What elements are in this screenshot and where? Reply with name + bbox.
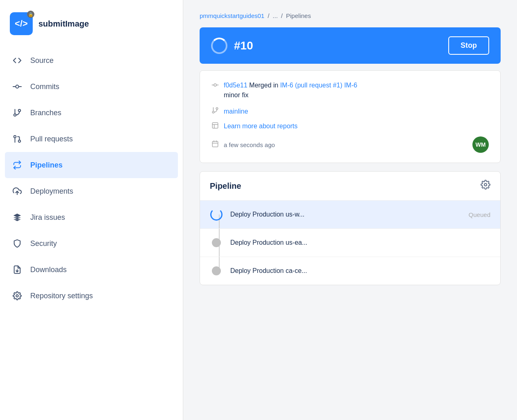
lock-icon: 🔒	[27, 11, 34, 18]
commit-minor-fix: minor fix	[224, 92, 248, 98]
stage-2-label: Deploy Production us-ea...	[230, 239, 483, 246]
downloads-icon	[11, 264, 23, 275]
sidebar-item-security[interactable]: Security	[5, 230, 178, 257]
sidebar-label-downloads: Downloads	[30, 266, 67, 274]
deployments-icon	[11, 185, 23, 197]
timestamp: a few seconds ago	[224, 141, 275, 148]
sidebar-item-repository-settings[interactable]: Repository settings	[5, 283, 178, 309]
sidebar-item-pull-requests[interactable]: Pull requests	[5, 126, 178, 152]
reports-line: Learn more about reports	[211, 122, 489, 131]
svg-point-25	[484, 183, 487, 186]
stage-1-icon	[210, 208, 223, 221]
main-content: pmmquickstartguides01 / ... / Pipelines …	[183, 0, 517, 420]
commit-hash-line: f0d5e11 Merged in IM-6 (pull request #1)…	[211, 80, 489, 100]
sidebar-label-pull-requests: Pull requests	[30, 135, 73, 143]
branch-ref1-link[interactable]: IM-6	[280, 82, 293, 89]
commit-node-icon	[211, 81, 219, 91]
pipeline-header: #10 Stop	[200, 27, 501, 64]
sidebar-item-deployments[interactable]: Deployments	[5, 178, 178, 204]
app-logo: </> 🔒	[10, 12, 33, 35]
branch-icon	[211, 107, 219, 116]
sidebar-item-pipelines[interactable]: Pipelines	[5, 152, 178, 178]
sidebar-item-branches[interactable]: Branches	[5, 100, 178, 126]
sidebar-nav: Source Commits Branches Pull requests	[0, 47, 183, 309]
pipeline-card-header: Pipeline	[200, 172, 500, 201]
breadcrumb: pmmquickstartguides01 / ... / Pipelines	[200, 12, 501, 19]
breadcrumb-ellipsis: ...	[273, 12, 278, 19]
stage-item-3[interactable]: Deploy Production ca-ce...	[200, 257, 500, 285]
sidebar-label-security: Security	[30, 239, 57, 248]
stage-item-1[interactable]: Deploy Production us-w... Queued	[200, 201, 500, 229]
calendar-icon	[211, 140, 219, 149]
branch-line: mainline	[211, 107, 489, 116]
source-icon	[11, 55, 23, 66]
sidebar-label-pipelines: Pipelines	[30, 161, 63, 170]
sidebar-label-repository-settings: Repository settings	[30, 292, 93, 300]
sidebar-item-source[interactable]: Source	[5, 47, 178, 74]
sidebar-item-commits[interactable]: Commits	[5, 74, 178, 100]
avatar: WM	[472, 136, 489, 153]
stop-button[interactable]: Stop	[448, 36, 489, 55]
pr-link[interactable]: (pull request #1)	[295, 82, 342, 89]
reports-link[interactable]: Learn more about reports	[224, 123, 298, 130]
breadcrumb-repo: pmmquickstartguides01	[200, 12, 264, 19]
repo-name: submitImage	[38, 19, 89, 29]
svg-point-0	[16, 85, 18, 88]
commit-hash-link[interactable]: f0d5e11	[224, 82, 247, 89]
stage-1-label: Deploy Production us-w...	[230, 211, 461, 218]
pipelines-icon	[11, 159, 23, 171]
commit-merged-text: Merged in	[249, 82, 280, 89]
reports-icon	[211, 122, 219, 131]
svg-point-11	[16, 295, 18, 297]
sidebar-label-commits: Commits	[30, 83, 59, 91]
svg-point-12	[214, 84, 216, 86]
stage-3-label: Deploy Production ca-ce...	[230, 267, 483, 275]
stage-3-icon	[210, 264, 223, 277]
branch-ref2-link[interactable]: IM-6	[344, 82, 357, 89]
branch-link[interactable]: mainline	[224, 108, 248, 115]
stage-1-status: Queued	[469, 211, 490, 218]
sidebar-item-downloads[interactable]: Downloads	[5, 257, 178, 283]
sidebar-label-branches: Branches	[30, 109, 61, 117]
branches-icon	[11, 107, 23, 118]
pipeline-header-left: #10	[211, 38, 253, 54]
time-line: a few seconds ago WM	[211, 136, 489, 153]
settings-icon	[11, 290, 23, 302]
sidebar-label-deployments: Deployments	[30, 187, 73, 196]
commit-info-card: f0d5e11 Merged in IM-6 (pull request #1)…	[200, 70, 501, 163]
breadcrumb-sep2: /	[281, 12, 283, 19]
pipeline-running-icon	[211, 38, 227, 54]
commit-message: f0d5e11 Merged in IM-6 (pull request #1)…	[224, 80, 357, 100]
pipeline-number: #10	[234, 39, 253, 52]
jira-icon	[11, 212, 23, 223]
logo-code-icon: </>	[15, 18, 28, 29]
commits-icon	[11, 81, 23, 92]
breadcrumb-current: Pipelines	[286, 12, 311, 19]
sidebar-label-jira-issues: Jira issues	[30, 213, 65, 222]
sidebar: </> 🔒 submitImage Source Commits Branche…	[0, 0, 183, 420]
svg-rect-21	[212, 141, 218, 147]
sidebar-label-source: Source	[30, 56, 54, 65]
pull-requests-icon	[11, 133, 23, 145]
sidebar-item-jira-issues[interactable]: Jira issues	[5, 204, 178, 230]
stage-2-icon	[210, 236, 223, 249]
svg-rect-18	[212, 123, 218, 128]
breadcrumb-sep1: /	[267, 12, 269, 19]
stage-item-2[interactable]: Deploy Production us-ea...	[200, 229, 500, 257]
security-icon	[11, 238, 23, 249]
time-left: a few seconds ago	[211, 140, 275, 149]
pipeline-card-title: Pipeline	[210, 181, 241, 191]
pipeline-card: Pipeline Deploy Production us-w... Queue…	[200, 171, 501, 285]
logo-area: </> 🔒 submitImage	[0, 8, 183, 47]
pipeline-settings-button[interactable]	[481, 180, 490, 192]
